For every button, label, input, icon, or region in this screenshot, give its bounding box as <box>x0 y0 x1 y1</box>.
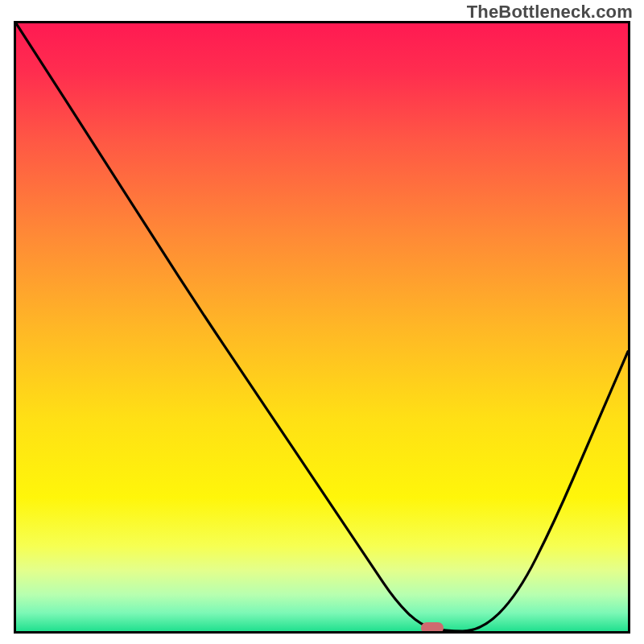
chart-frame <box>14 21 630 634</box>
attribution-text: TheBottleneck.com <box>467 2 633 23</box>
bottleneck-curve <box>16 23 628 631</box>
page-root: TheBottleneck.com <box>0 0 644 644</box>
optimum-marker <box>421 622 444 634</box>
